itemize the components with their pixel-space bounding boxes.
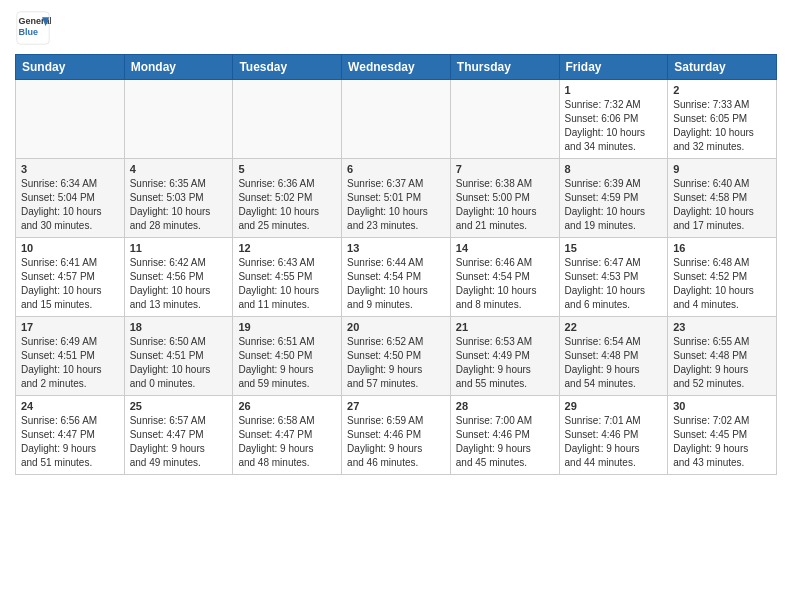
calendar-cell: 12Sunrise: 6:43 AM Sunset: 4:55 PM Dayli… (233, 238, 342, 317)
calendar-cell: 2Sunrise: 7:33 AM Sunset: 6:05 PM Daylig… (668, 80, 777, 159)
calendar-cell: 30Sunrise: 7:02 AM Sunset: 4:45 PM Dayli… (668, 396, 777, 475)
calendar-header-friday: Friday (559, 55, 668, 80)
day-info: Sunrise: 6:51 AM Sunset: 4:50 PM Dayligh… (238, 335, 336, 391)
calendar-header-wednesday: Wednesday (342, 55, 451, 80)
day-info: Sunrise: 6:35 AM Sunset: 5:03 PM Dayligh… (130, 177, 228, 233)
calendar-cell: 24Sunrise: 6:56 AM Sunset: 4:47 PM Dayli… (16, 396, 125, 475)
calendar-cell: 19Sunrise: 6:51 AM Sunset: 4:50 PM Dayli… (233, 317, 342, 396)
calendar-cell (342, 80, 451, 159)
day-number: 28 (456, 400, 554, 412)
day-number: 23 (673, 321, 771, 333)
day-number: 22 (565, 321, 663, 333)
day-number: 3 (21, 163, 119, 175)
day-number: 16 (673, 242, 771, 254)
calendar-cell: 15Sunrise: 6:47 AM Sunset: 4:53 PM Dayli… (559, 238, 668, 317)
calendar-cell: 7Sunrise: 6:38 AM Sunset: 5:00 PM Daylig… (450, 159, 559, 238)
logo-icon: General Blue (15, 10, 51, 46)
day-number: 25 (130, 400, 228, 412)
day-number: 20 (347, 321, 445, 333)
day-number: 17 (21, 321, 119, 333)
day-info: Sunrise: 6:44 AM Sunset: 4:54 PM Dayligh… (347, 256, 445, 312)
day-info: Sunrise: 6:47 AM Sunset: 4:53 PM Dayligh… (565, 256, 663, 312)
day-info: Sunrise: 6:41 AM Sunset: 4:57 PM Dayligh… (21, 256, 119, 312)
day-number: 30 (673, 400, 771, 412)
day-info: Sunrise: 7:32 AM Sunset: 6:06 PM Dayligh… (565, 98, 663, 154)
calendar-cell (124, 80, 233, 159)
calendar-cell: 22Sunrise: 6:54 AM Sunset: 4:48 PM Dayli… (559, 317, 668, 396)
calendar-cell: 20Sunrise: 6:52 AM Sunset: 4:50 PM Dayli… (342, 317, 451, 396)
day-number: 19 (238, 321, 336, 333)
day-info: Sunrise: 6:52 AM Sunset: 4:50 PM Dayligh… (347, 335, 445, 391)
day-number: 8 (565, 163, 663, 175)
calendar-week-row: 10Sunrise: 6:41 AM Sunset: 4:57 PM Dayli… (16, 238, 777, 317)
day-info: Sunrise: 6:57 AM Sunset: 4:47 PM Dayligh… (130, 414, 228, 470)
day-info: Sunrise: 6:39 AM Sunset: 4:59 PM Dayligh… (565, 177, 663, 233)
calendar-cell: 9Sunrise: 6:40 AM Sunset: 4:58 PM Daylig… (668, 159, 777, 238)
day-number: 2 (673, 84, 771, 96)
day-number: 29 (565, 400, 663, 412)
day-number: 10 (21, 242, 119, 254)
day-info: Sunrise: 7:00 AM Sunset: 4:46 PM Dayligh… (456, 414, 554, 470)
day-info: Sunrise: 7:33 AM Sunset: 6:05 PM Dayligh… (673, 98, 771, 154)
day-info: Sunrise: 6:58 AM Sunset: 4:47 PM Dayligh… (238, 414, 336, 470)
day-number: 15 (565, 242, 663, 254)
day-info: Sunrise: 7:02 AM Sunset: 4:45 PM Dayligh… (673, 414, 771, 470)
day-number: 27 (347, 400, 445, 412)
day-number: 4 (130, 163, 228, 175)
calendar-cell: 26Sunrise: 6:58 AM Sunset: 4:47 PM Dayli… (233, 396, 342, 475)
calendar-header-saturday: Saturday (668, 55, 777, 80)
logo: General Blue (15, 10, 51, 46)
svg-text:Blue: Blue (19, 27, 39, 37)
day-number: 7 (456, 163, 554, 175)
day-number: 21 (456, 321, 554, 333)
day-number: 12 (238, 242, 336, 254)
calendar-cell: 14Sunrise: 6:46 AM Sunset: 4:54 PM Dayli… (450, 238, 559, 317)
day-number: 11 (130, 242, 228, 254)
day-number: 24 (21, 400, 119, 412)
day-info: Sunrise: 6:46 AM Sunset: 4:54 PM Dayligh… (456, 256, 554, 312)
calendar-cell: 13Sunrise: 6:44 AM Sunset: 4:54 PM Dayli… (342, 238, 451, 317)
calendar-cell: 8Sunrise: 6:39 AM Sunset: 4:59 PM Daylig… (559, 159, 668, 238)
day-number: 14 (456, 242, 554, 254)
day-info: Sunrise: 6:43 AM Sunset: 4:55 PM Dayligh… (238, 256, 336, 312)
day-info: Sunrise: 6:49 AM Sunset: 4:51 PM Dayligh… (21, 335, 119, 391)
day-number: 13 (347, 242, 445, 254)
calendar-cell: 23Sunrise: 6:55 AM Sunset: 4:48 PM Dayli… (668, 317, 777, 396)
day-number: 1 (565, 84, 663, 96)
calendar-week-row: 24Sunrise: 6:56 AM Sunset: 4:47 PM Dayli… (16, 396, 777, 475)
calendar-cell: 28Sunrise: 7:00 AM Sunset: 4:46 PM Dayli… (450, 396, 559, 475)
calendar-cell: 11Sunrise: 6:42 AM Sunset: 4:56 PM Dayli… (124, 238, 233, 317)
calendar-cell: 27Sunrise: 6:59 AM Sunset: 4:46 PM Dayli… (342, 396, 451, 475)
calendar-week-row: 3Sunrise: 6:34 AM Sunset: 5:04 PM Daylig… (16, 159, 777, 238)
day-info: Sunrise: 6:40 AM Sunset: 4:58 PM Dayligh… (673, 177, 771, 233)
day-number: 9 (673, 163, 771, 175)
calendar-cell: 29Sunrise: 7:01 AM Sunset: 4:46 PM Dayli… (559, 396, 668, 475)
calendar-cell: 10Sunrise: 6:41 AM Sunset: 4:57 PM Dayli… (16, 238, 125, 317)
calendar-cell (450, 80, 559, 159)
calendar-cell: 21Sunrise: 6:53 AM Sunset: 4:49 PM Dayli… (450, 317, 559, 396)
calendar-header-tuesday: Tuesday (233, 55, 342, 80)
day-info: Sunrise: 6:34 AM Sunset: 5:04 PM Dayligh… (21, 177, 119, 233)
day-info: Sunrise: 6:42 AM Sunset: 4:56 PM Dayligh… (130, 256, 228, 312)
day-number: 18 (130, 321, 228, 333)
day-info: Sunrise: 6:38 AM Sunset: 5:00 PM Dayligh… (456, 177, 554, 233)
day-info: Sunrise: 6:53 AM Sunset: 4:49 PM Dayligh… (456, 335, 554, 391)
day-number: 5 (238, 163, 336, 175)
calendar-cell: 3Sunrise: 6:34 AM Sunset: 5:04 PM Daylig… (16, 159, 125, 238)
day-number: 6 (347, 163, 445, 175)
calendar-cell: 18Sunrise: 6:50 AM Sunset: 4:51 PM Dayli… (124, 317, 233, 396)
calendar-week-row: 1Sunrise: 7:32 AM Sunset: 6:06 PM Daylig… (16, 80, 777, 159)
day-info: Sunrise: 6:59 AM Sunset: 4:46 PM Dayligh… (347, 414, 445, 470)
calendar-cell: 17Sunrise: 6:49 AM Sunset: 4:51 PM Dayli… (16, 317, 125, 396)
calendar-cell: 4Sunrise: 6:35 AM Sunset: 5:03 PM Daylig… (124, 159, 233, 238)
calendar-header-row: SundayMondayTuesdayWednesdayThursdayFrid… (16, 55, 777, 80)
calendar-header-sunday: Sunday (16, 55, 125, 80)
page-header: General Blue (15, 10, 777, 46)
calendar-cell: 6Sunrise: 6:37 AM Sunset: 5:01 PM Daylig… (342, 159, 451, 238)
calendar-cell: 1Sunrise: 7:32 AM Sunset: 6:06 PM Daylig… (559, 80, 668, 159)
calendar-cell: 16Sunrise: 6:48 AM Sunset: 4:52 PM Dayli… (668, 238, 777, 317)
day-info: Sunrise: 6:55 AM Sunset: 4:48 PM Dayligh… (673, 335, 771, 391)
day-number: 26 (238, 400, 336, 412)
calendar-header-monday: Monday (124, 55, 233, 80)
day-info: Sunrise: 7:01 AM Sunset: 4:46 PM Dayligh… (565, 414, 663, 470)
